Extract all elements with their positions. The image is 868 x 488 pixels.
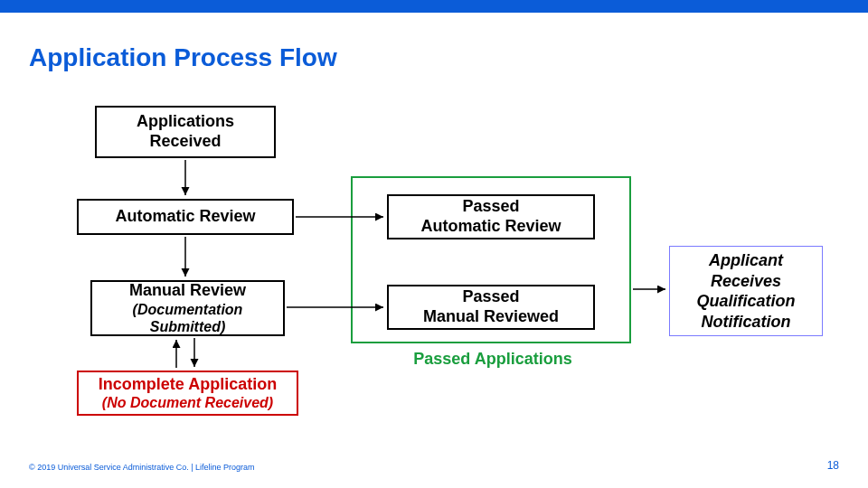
label: Applications Received [137,112,234,151]
page-title: Application Process Flow [29,43,337,72]
label: Incomplete Application [99,375,277,395]
label: Automatic Review [115,207,255,227]
box-automatic-review: Automatic Review [77,199,294,235]
label: Applicant Receives Qualification Notific… [674,250,818,332]
box-applications-received: Applications Received [95,106,276,158]
sub-label: (No Document Received) [102,394,273,411]
box-manual-review: Manual Review (Documentation Submitted) [90,280,285,336]
label: Passed Manual Reviewed [423,287,559,326]
box-notification: Applicant Receives Qualification Notific… [669,246,823,336]
page-number: 18 [827,459,839,472]
footer-copyright: © 2019 Universal Service Administrative … [29,463,255,472]
label: Passed Automatic Review [420,197,561,236]
box-passed-auto: Passed Automatic Review [387,194,595,239]
box-incomplete-application: Incomplete Application (No Document Rece… [77,371,298,416]
box-passed-manual: Passed Manual Reviewed [387,285,595,330]
sub-label: (Documentation Submitted) [98,301,278,335]
passed-apps-label: Passed Applications [402,350,583,369]
label: Manual Review [129,281,246,301]
top-bar [0,0,868,13]
